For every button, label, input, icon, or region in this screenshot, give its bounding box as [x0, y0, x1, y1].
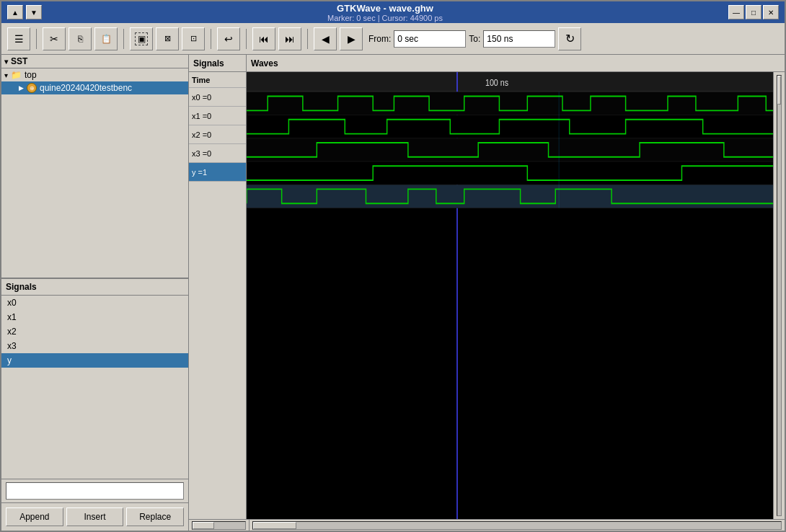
waveform-x1-label: x1 =0 [189, 107, 246, 125]
to-input[interactable] [483, 30, 555, 48]
insert-button[interactable]: Insert [66, 507, 124, 526]
title-bar-left-controls: ▲ ▼ [7, 5, 42, 19]
scroll-up-button[interactable]: ▲ [7, 5, 23, 19]
signal-item-y[interactable]: y [1, 353, 188, 368]
svg-text:100 ns: 100 ns [485, 76, 508, 88]
hamburger-icon: ☰ [14, 33, 24, 45]
refresh-icon: ↻ [565, 32, 575, 45]
toolbar-separator-1 [36, 29, 37, 49]
copy-button[interactable]: ⎘ [69, 27, 92, 50]
signals-list[interactable]: x0 x1 x2 x3 y [1, 296, 188, 479]
hamburger-menu-button[interactable]: ☰ [7, 27, 30, 50]
search-box-wrap [1, 479, 188, 502]
waveform-x0-label: x0 =0 [189, 88, 246, 107]
title-bar-right-controls: — □ ✕ [728, 5, 779, 19]
go-prev-button[interactable]: ◀ [314, 27, 337, 50]
go-start-icon: ⏮ [259, 33, 269, 45]
waveform-with-scroll: Time x0 =0 x1 =0 x2 =0 x3 =0 y =1 [189, 72, 785, 531]
left-panel: ▾ SST ▾ 📁 top ▶ ⊕ quine20240420testbenc [1, 55, 189, 531]
v-scrollbar-track[interactable] [777, 75, 782, 516]
toolbar-separator-4 [246, 29, 247, 49]
paste-icon: 📋 [101, 34, 112, 44]
waves-header-row: Signals Waves [189, 55, 785, 72]
h-scrollbar-thumb-main[interactable] [253, 522, 296, 529]
append-button[interactable]: Append [6, 507, 63, 526]
title-bar: ▲ ▼ GTKWave - wave.ghw Marker: 0 sec | C… [1, 1, 785, 23]
signal-item-x3[interactable]: x3 [1, 339, 188, 353]
waves-canvas[interactable]: 100 ns [247, 72, 773, 519]
arrow-icon: ▶ [19, 84, 24, 92]
replace-button[interactable]: Replace [126, 507, 184, 526]
select-all-icon: ▣ [135, 32, 148, 45]
undo-icon: ↩ [224, 33, 233, 45]
waves-svg: 100 ns [247, 72, 773, 519]
maximize-button[interactable]: □ [746, 5, 761, 19]
sst-title: SST [11, 56, 27, 66]
from-label: From: [368, 34, 391, 44]
close-button[interactable]: ✕ [763, 5, 779, 19]
h-scrollbar-thumb-left[interactable] [193, 522, 214, 529]
waveform-signals-col: Time x0 =0 x1 =0 x2 =0 x3 =0 y =1 [189, 72, 247, 519]
tree-item-label: top [25, 70, 37, 80]
svg-rect-8 [247, 161, 773, 185]
signal-item-x0[interactable]: x0 [1, 296, 188, 310]
minimize-button[interactable]: — [728, 5, 744, 19]
waveform-x3-label: x3 =0 [189, 144, 246, 163]
sim-icon: ⊕ [27, 83, 37, 93]
to-label: To: [469, 34, 480, 44]
svg-rect-6 [247, 115, 773, 138]
from-to-group: From: To: [368, 30, 555, 48]
svg-rect-1 [247, 72, 773, 92]
svg-rect-7 [247, 138, 773, 161]
toolbar-separator-2 [123, 29, 124, 49]
svg-rect-5 [247, 92, 773, 115]
waves-col-header: Waves [247, 55, 785, 71]
scroll-down-button[interactable]: ▼ [26, 5, 42, 19]
signals-col-header: Signals [189, 55, 247, 71]
waveform-time-label: Time [189, 72, 246, 88]
refresh-button[interactable]: ↻ [558, 27, 581, 50]
toolbar: ☰ ✂ ⎘ 📋 ▣ ⊠ ⊡ ↩ ⏮ ⏭ [1, 23, 785, 55]
select-all-button[interactable]: ▣ [130, 27, 153, 50]
vertical-scrollbar[interactable] [773, 72, 785, 519]
bottom-buttons: Append Insert Replace [1, 502, 188, 531]
v-scrollbar-thumb[interactable] [777, 76, 781, 105]
zoom-fit-button[interactable]: ⊠ [156, 27, 179, 50]
sst-tree[interactable]: ▾ 📁 top ▶ ⊕ quine20240420testbenc [1, 68, 188, 278]
signals-section-header: Signals [1, 279, 188, 296]
paste-button[interactable]: 📋 [94, 27, 118, 50]
sst-header: ▾ SST [1, 55, 188, 68]
zoom-fit-icon: ⊠ [164, 34, 171, 43]
tree-expand-icon: ▾ [4, 71, 8, 79]
signal-item-x2[interactable]: x2 [1, 324, 188, 339]
h-scrollbar-track-left[interactable] [192, 521, 246, 530]
waveform-main: Time x0 =0 x1 =0 x2 =0 x3 =0 y =1 [189, 72, 785, 519]
sst-tree-item-top[interactable]: ▾ 📁 top [1, 68, 188, 81]
from-input[interactable] [394, 30, 466, 48]
h-scrollbar-track-main[interactable] [252, 521, 782, 530]
go-end-button[interactable]: ⏭ [278, 27, 301, 50]
sst-tree-item-quine[interactable]: ▶ ⊕ quine20240420testbenc [1, 81, 188, 94]
go-next-button[interactable]: ▶ [340, 27, 363, 50]
go-prev-icon: ◀ [322, 33, 330, 45]
main-window: ▲ ▼ GTKWave - wave.ghw Marker: 0 sec | C… [0, 0, 786, 532]
svg-rect-9 [247, 185, 773, 208]
cut-icon: ✂ [50, 33, 58, 45]
zoom-sel-button[interactable]: ⊡ [182, 27, 205, 50]
search-input[interactable] [6, 482, 184, 500]
sst-section: ▾ SST ▾ 📁 top ▶ ⊕ quine20240420testbenc [1, 55, 188, 278]
go-start-button[interactable]: ⏮ [252, 27, 275, 50]
cut-button[interactable]: ✂ [43, 27, 66, 50]
folder-icon: 📁 [11, 70, 22, 80]
go-end-icon: ⏭ [285, 33, 295, 45]
waveform-y-label: y =1 [189, 163, 246, 182]
h-scrollbar-left-section [189, 520, 250, 531]
waveform-x2-label: x2 =0 [189, 125, 246, 144]
window-title: GTKWave - wave.ghw [42, 3, 728, 14]
signal-item-x1[interactable]: x1 [1, 310, 188, 324]
undo-button[interactable]: ↩ [217, 27, 240, 50]
horizontal-scrollbar[interactable] [189, 519, 785, 531]
sst-expand-icon: ▾ [4, 58, 8, 66]
marker-info: Marker: 0 sec | Cursor: 44900 ps [42, 14, 728, 22]
copy-icon: ⎘ [78, 34, 83, 44]
